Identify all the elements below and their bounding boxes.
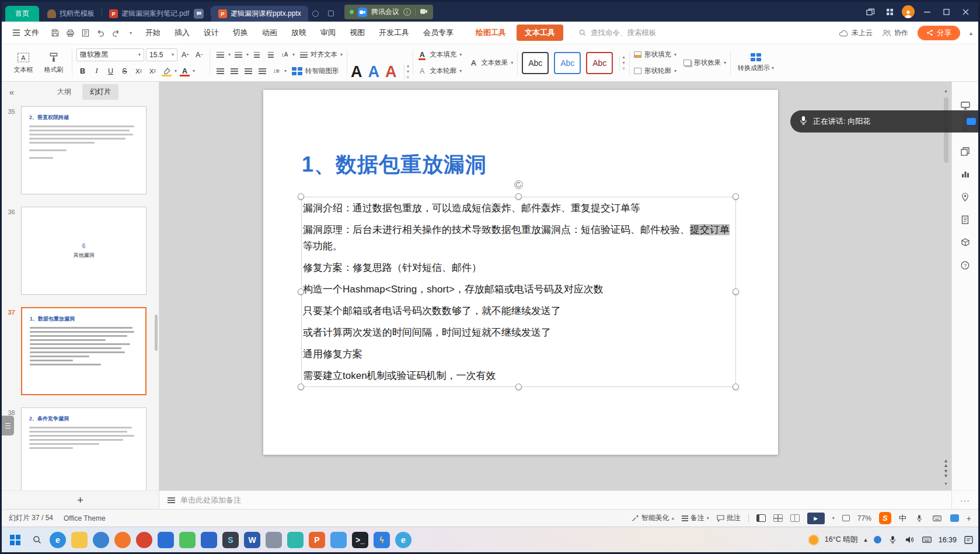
increase-indent-button[interactable] (264, 48, 277, 61)
superscript-button[interactable]: X2 (132, 65, 145, 77)
tab-pptx-document[interactable]: P 逻辑漏洞课程pptx.pptx (211, 6, 308, 22)
menu-item-draw-tools[interactable]: 绘图工具 (469, 24, 513, 41)
action-center-icon[interactable] (963, 535, 974, 545)
panel-location-icon[interactable] (960, 191, 971, 202)
font-color-dropdown-icon[interactable]: ▾ (193, 68, 195, 74)
highlight-dropdown-icon[interactable]: ▾ (175, 68, 177, 74)
undo-button[interactable] (93, 26, 107, 40)
justify-button[interactable] (256, 65, 268, 77)
scroll-down-icon[interactable]: ▾ (942, 479, 950, 488)
edge-browser-icon[interactable]: e (50, 532, 66, 548)
print-preview-button[interactable] (78, 26, 92, 40)
decrease-indent-button[interactable] (250, 48, 263, 61)
bullet-list-button[interactable] (214, 48, 226, 61)
menu-item-view[interactable]: 视图 (343, 24, 372, 41)
tab-docer-template[interactable]: 找稻壳模板 (40, 6, 102, 22)
normal-view-button[interactable] (756, 514, 766, 522)
pdf-tab-bubble-icon[interactable] (194, 9, 204, 19)
meeting-speaking-overlay[interactable]: 正在讲话: 向阳花 (790, 110, 978, 133)
slideshow-play-button[interactable]: ▶ (807, 513, 825, 524)
lightning-app-icon[interactable]: ϟ (374, 532, 390, 548)
line-spacing-button[interactable]: ↕≡ (270, 65, 283, 77)
teal-chat-app-icon[interactable] (287, 532, 304, 548)
weather-sun-icon[interactable] (809, 535, 818, 545)
align-left-button[interactable] (214, 65, 226, 77)
panel-document-icon[interactable] (960, 214, 971, 225)
shape-style-preset-1[interactable]: Abc (522, 52, 549, 74)
print-button[interactable] (63, 26, 77, 40)
decrease-font-button[interactable]: A− (193, 48, 205, 61)
wordart-preset-red[interactable]: A (385, 64, 397, 80)
cloud-app-icon[interactable] (330, 532, 347, 548)
start-button[interactable] (10, 535, 20, 545)
user-avatar[interactable] (902, 5, 915, 18)
align-text-button[interactable]: 对齐文本▾ (300, 50, 343, 59)
play-options-icon[interactable]: ▾ (832, 515, 835, 521)
align-right-button[interactable] (242, 65, 254, 77)
ime-toolbox-icon[interactable] (950, 514, 959, 522)
snipping-tool-icon[interactable]: S (222, 532, 239, 548)
scroll-up-icon[interactable]: ▴ (942, 86, 950, 95)
textbox-button[interactable]: A 文本框 (9, 52, 37, 74)
number-dropdown-icon[interactable]: ▾ (246, 52, 249, 57)
thumbnail-scrollbar[interactable] (155, 315, 158, 351)
vscode-icon[interactable] (158, 532, 174, 548)
close-button[interactable] (958, 5, 972, 18)
fit-slide-icon[interactable] (842, 515, 850, 521)
cloud-status-button[interactable]: 未上云 (839, 28, 873, 38)
menu-item-insert[interactable]: 插入 (168, 24, 197, 41)
resize-handle-top-middle[interactable] (515, 193, 522, 200)
hidden-panel-handle[interactable] (2, 416, 14, 435)
highlight-color-button[interactable] (161, 65, 173, 77)
ime-mic-icon[interactable] (914, 513, 925, 524)
reading-view-button[interactable] (790, 514, 800, 522)
subscript-button[interactable]: X2 (147, 65, 159, 77)
slide-thumbnail-35[interactable]: 35 2、垂直权限跨越 (2, 106, 159, 194)
tray-volume-icon[interactable] (905, 535, 915, 545)
session-ring-icon[interactable] (311, 7, 321, 20)
convert-to-diagram-button[interactable]: 转换成图示▾ (735, 53, 777, 72)
collaborate-button[interactable]: 协作 (882, 28, 908, 38)
slide-body-textbox[interactable]: 漏洞介绍：通过数据包重放，可以造成短信轰炸、邮件轰炸、重复提交订单等 漏洞原理：… (301, 197, 736, 387)
menu-item-transition[interactable]: 切换 (226, 24, 255, 41)
menu-item-slideshow[interactable]: 放映 (284, 24, 313, 41)
meeting-info-icon[interactable]: i (403, 8, 411, 16)
resize-handle-top-right[interactable] (733, 193, 739, 200)
wordart-preset-black[interactable]: A (351, 64, 362, 80)
slide-thumbnail-36[interactable]: 36 6 其他漏洞 (2, 207, 159, 295)
firefox-browser-icon[interactable] (114, 532, 131, 548)
notes-bar[interactable]: 单击此处添加备注 (159, 490, 951, 509)
sogou-ime-icon[interactable]: S (879, 512, 891, 524)
text-fill-button[interactable]: A 文本填充▾ (417, 48, 462, 61)
resize-handle-top-left[interactable] (298, 193, 304, 200)
tray-blue-app-icon[interactable] (874, 536, 881, 543)
rotate-handle[interactable] (514, 180, 523, 189)
font-family-select[interactable]: 微软雅黑▾ (76, 48, 144, 61)
redo-button[interactable] (109, 26, 123, 40)
resize-handle-bottom-right[interactable] (733, 384, 739, 390)
strikethrough-button[interactable]: S (118, 65, 131, 77)
terminal-icon[interactable]: >_ (352, 532, 368, 548)
slide-thumbnail-37-selected[interactable]: 37 1、数据包重放漏洞 (2, 307, 159, 395)
minimize-button[interactable] (920, 5, 934, 18)
collapse-ribbon-icon[interactable]: ▴ (969, 30, 972, 36)
shape-effect-button[interactable]: 形状效果▾ (683, 58, 726, 67)
menu-item-design[interactable]: 设计 (197, 24, 226, 41)
tab-pdf-document[interactable]: P 逻辑漏洞案列笔记.pdf (102, 6, 211, 22)
slide-37[interactable]: 1、数据包重放漏洞 漏洞介绍：通过数据包重放，可以造成短信轰炸、邮件轰炸、重复提… (263, 90, 778, 455)
red-round-app-icon[interactable] (136, 532, 152, 548)
shape-fill-button[interactable]: 形状填充▾ (634, 50, 676, 59)
menu-item-review[interactable]: 审阅 (313, 24, 343, 41)
text-outline-button[interactable]: A 文本轮廓▾ (417, 65, 462, 77)
gray-tool-icon[interactable] (266, 532, 282, 548)
wordart-gallery-scroll[interactable]: ▴▾≡ (404, 64, 410, 80)
share-button[interactable]: 分享 (918, 26, 960, 40)
menu-item-text-tools[interactable]: 文本工具 (517, 25, 563, 41)
shape-outline-button[interactable]: 形状轮廓▾ (634, 67, 676, 75)
panel-help-icon[interactable]: ? (960, 260, 971, 270)
tab-slides[interactable]: 幻灯片 (82, 84, 118, 100)
collapse-panel-button[interactable]: « (2, 87, 22, 97)
ime-keyboard-icon[interactable] (932, 513, 943, 524)
smart-graphic-button[interactable]: 转智能图形 (292, 67, 339, 75)
align-center-button[interactable] (228, 65, 240, 77)
